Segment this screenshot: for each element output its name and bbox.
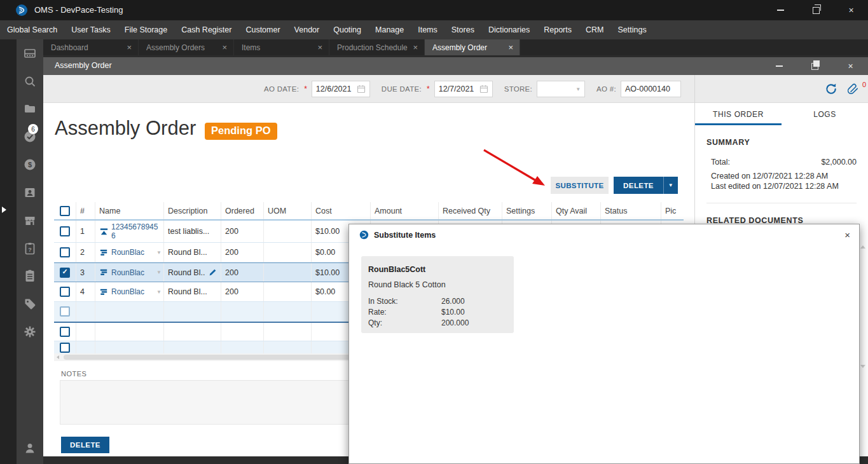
settings-gear-icon[interactable] [20,322,40,342]
window-minimize-button[interactable] [764,57,794,75]
menu-item[interactable]: Customer [238,25,287,34]
account-person-icon[interactable] [20,438,40,458]
delete-button[interactable]: DELETE [614,177,663,194]
description-cell[interactable]: Round Bl... [164,243,221,262]
menu-item[interactable]: Items [411,25,444,34]
menu-item[interactable]: Stores [444,25,481,34]
column-header[interactable]: Name [95,202,164,219]
tab-close-icon[interactable]: × [222,43,227,52]
tab-close-icon[interactable]: × [317,43,322,52]
search-icon[interactable] [20,71,40,92]
item-name[interactable]: RounBlac [111,268,144,277]
ordered-cell[interactable]: 200 [221,263,264,282]
bottom-delete-button[interactable]: DELETE [61,437,109,453]
column-header[interactable]: Pic [661,202,684,219]
delete-dropdown-button[interactable] [663,177,678,194]
select-all-checkbox[interactable] [60,206,70,216]
column-header[interactable]: Received Qty [439,202,502,219]
item-dropdown-icon[interactable] [156,250,162,256]
uom-cell[interactable] [264,323,312,341]
tab-close-icon[interactable]: × [508,43,513,52]
menu-item[interactable]: Manage [368,25,411,34]
dialog-close-icon[interactable]: × [844,229,850,240]
menu-item[interactable]: Quoting [326,25,368,34]
document-tab[interactable]: Assembly Order × [425,39,520,55]
substitute-button[interactable]: SUBSTITUTE [551,177,609,194]
uom-cell[interactable] [264,341,312,353]
app-minimize-button[interactable] [766,0,796,20]
side-panel-tab[interactable]: THIS ORDER [695,103,782,125]
menu-item[interactable]: Global Search [0,25,64,34]
cash-register-icon[interactable] [20,43,40,64]
refresh-icon[interactable] [824,82,838,96]
column-header[interactable]: Description [164,202,221,219]
menu-item[interactable]: CRM [579,25,610,34]
uom-cell[interactable] [264,263,312,282]
attachments-paperclip-icon[interactable] [846,82,860,95]
app-close-button[interactable]: × [836,0,866,20]
document-tab[interactable]: Items × [234,39,329,55]
menu-item[interactable]: User Tasks [64,25,118,34]
row-checkbox[interactable] [60,268,70,278]
document-tab[interactable]: Production Schedule × [329,39,425,55]
item-name-cell[interactable]: 123456789456 [95,221,164,242]
document-tab[interactable]: Dashboard × [43,39,139,55]
item-dropdown-icon[interactable] [156,270,162,275]
edit-pencil-icon[interactable] [209,268,217,276]
payments-dollar-icon[interactable]: $ [20,154,40,175]
description-cell[interactable] [164,341,221,353]
description-cell[interactable]: Round Bl... [164,282,221,301]
customer-card-icon[interactable] [20,182,40,203]
item-name-cell[interactable] [95,341,164,353]
panel-scroll-down-icon[interactable] [860,365,865,368]
description-cell[interactable] [164,323,221,341]
menu-item[interactable]: Settings [610,25,653,34]
column-header[interactable]: Settings [502,202,552,219]
column-header[interactable]: Amount [371,202,439,219]
file-storage-icon[interactable] [20,99,40,119]
column-header[interactable]: UOM [264,202,312,219]
tab-close-icon[interactable]: × [413,43,418,52]
item-name-cell[interactable] [95,323,164,341]
calendar-icon[interactable] [479,85,488,93]
app-restore-button[interactable] [801,0,831,20]
substitute-item-card[interactable]: RounBlac5Cott Round Black 5 Cotton In St… [361,256,514,333]
ao-date-input[interactable]: 12/6/2021 [312,81,370,97]
item-name[interactable]: RounBlac [111,248,144,257]
uom-cell[interactable] [264,243,312,262]
row-checkbox[interactable] [60,327,70,337]
menu-item[interactable]: Vendor [287,25,327,34]
column-header[interactable]: # [76,202,95,219]
uom-cell[interactable] [264,282,312,301]
panel-scroll-up-icon[interactable] [860,245,865,249]
item-name[interactable]: RounBlac [111,287,144,296]
clipboard-list-icon[interactable] [20,266,40,286]
menu-item[interactable]: File Storage [118,25,174,34]
ordered-cell[interactable]: 200 [221,243,264,262]
column-header[interactable]: Qty Avail [552,202,601,219]
row-checkbox[interactable] [60,247,70,257]
storefront-icon[interactable] [20,210,40,231]
menu-item[interactable]: Cash Register [174,25,238,34]
document-tab[interactable]: Assembly Orders × [139,39,234,55]
tag-icon[interactable] [20,294,40,314]
column-header[interactable]: Status [601,202,661,219]
ordered-cell[interactable] [221,341,264,353]
ordered-cell[interactable]: 200 [221,221,264,242]
store-dropdown[interactable] [537,81,585,97]
menu-item[interactable]: Reports [537,25,579,34]
row-checkbox[interactable] [60,306,70,317]
item-name[interactable]: 123456789456 [111,222,162,240]
side-panel-tab[interactable]: LOGS [782,103,868,125]
description-cell[interactable]: test liablis... [164,221,221,242]
column-header[interactable]: Ordered [221,202,264,219]
description-cell[interactable] [164,302,221,321]
ao-number-input[interactable]: AO-0000140 [621,81,681,97]
window-close-button[interactable]: × [836,57,865,75]
ordered-cell[interactable] [221,302,264,321]
item-dropdown-icon[interactable] [156,289,162,295]
window-restore-button[interactable] [800,57,830,75]
sidebar-expand-arrow[interactable] [2,207,6,213]
uom-cell[interactable] [264,302,312,321]
scroll-left-arrow-icon[interactable] [57,355,59,359]
